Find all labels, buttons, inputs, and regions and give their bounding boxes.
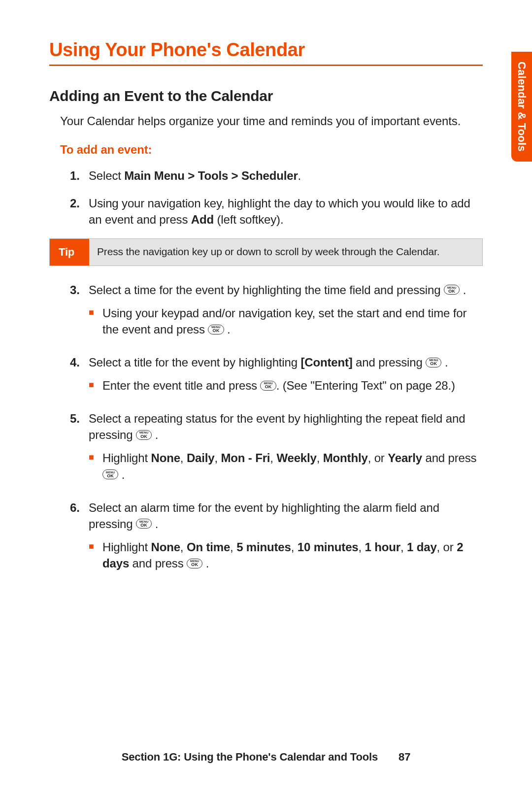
menu-ok-icon: MENUOK <box>136 519 152 529</box>
page-number: 87 <box>399 751 410 763</box>
sub-list: ■ Highlight None, On time, 5 minutes, 10… <box>89 539 483 571</box>
menu-ok-icon: MENUOK <box>136 430 152 440</box>
step-5: 5. Select a repeating status for the eve… <box>70 410 483 488</box>
page-title: Using Your Phone's Calendar <box>49 39 483 61</box>
step-text: Using your navigation key, highlight the… <box>89 195 483 228</box>
sub-text: Using your keypad and/or navigation key,… <box>102 305 483 337</box>
bullet-icon: ■ <box>89 450 102 482</box>
step-text: Select Main Menu > Tools > Scheduler. <box>89 167 483 184</box>
sub-item: ■ Using your keypad and/or navigation ke… <box>89 305 483 337</box>
step-text: Select a time for the event by highlight… <box>89 282 483 343</box>
sub-text: Highlight None, Daily, Mon - Fri, Weekly… <box>102 450 483 482</box>
step-4: 4. Select a title for the event by highl… <box>70 354 483 399</box>
tip-box: Tip Press the navigation key up or down … <box>49 238 483 266</box>
step-number: 1. <box>70 167 89 184</box>
sub-text: Enter the event title and press MENUOK. … <box>102 377 483 394</box>
sub-item: ■ Highlight None, On time, 5 minutes, 10… <box>89 539 483 571</box>
step-text: Select an alarm time for the event by hi… <box>89 499 483 577</box>
bullet-icon: ■ <box>89 305 102 337</box>
menu-ok-icon: MENUOK <box>260 381 276 391</box>
step-6: 6. Select an alarm time for the event by… <box>70 499 483 577</box>
footer-section: Section 1G: Using the Phone's Calendar a… <box>122 751 378 763</box>
step-number: 2. <box>70 195 89 228</box>
sub-list: ■ Using your keypad and/or navigation ke… <box>89 305 483 337</box>
menu-ok-icon: MENUOK <box>444 285 460 295</box>
steps-list-cont: 3. Select a time for the event by highli… <box>70 282 483 577</box>
step-2: 2. Using your navigation key, highlight … <box>70 195 483 228</box>
step-1: 1. Select Main Menu > Tools > Scheduler. <box>70 167 483 184</box>
menu-ok-icon: MENUOK <box>208 325 224 334</box>
sub-list: ■ Highlight None, Daily, Mon - Fri, Week… <box>89 450 483 482</box>
menu-ok-icon: MENUOK <box>426 358 441 367</box>
sub-item: ■ Enter the event title and press MENUOK… <box>89 377 483 394</box>
sub-item: ■ Highlight None, Daily, Mon - Fri, Week… <box>89 450 483 482</box>
step-text: Select a title for the event by highligh… <box>89 354 483 399</box>
bullet-icon: ■ <box>89 539 102 571</box>
sub-text: Highlight None, On time, 5 minutes, 10 m… <box>102 539 483 571</box>
bullet-icon: ■ <box>89 377 102 394</box>
tip-label: Tip <box>50 239 89 266</box>
step-number: 5. <box>70 410 89 488</box>
side-tab: Calendar & Tools <box>511 52 532 162</box>
title-rule <box>49 65 483 66</box>
step-text: Select a repeating status for the event … <box>89 410 483 488</box>
page-footer: Section 1G: Using the Phone's Calendar a… <box>0 751 532 764</box>
intro-text: Your Calendar helps organize your time a… <box>60 113 483 129</box>
menu-ok-icon: MENUOK <box>187 559 202 568</box>
section-heading: Adding an Event to the Calendar <box>49 88 483 104</box>
step-number: 4. <box>70 354 89 399</box>
sub-list: ■ Enter the event title and press MENUOK… <box>89 377 483 394</box>
step-number: 3. <box>70 282 89 343</box>
menu-ok-icon: MENUOK <box>102 469 118 479</box>
steps-list: 1. Select Main Menu > Tools > Scheduler.… <box>70 167 483 227</box>
step-number: 6. <box>70 499 89 577</box>
subhead: To add an event: <box>60 143 483 157</box>
step-3: 3. Select a time for the event by highli… <box>70 282 483 343</box>
tip-text: Press the navigation key up or down to s… <box>89 239 482 266</box>
